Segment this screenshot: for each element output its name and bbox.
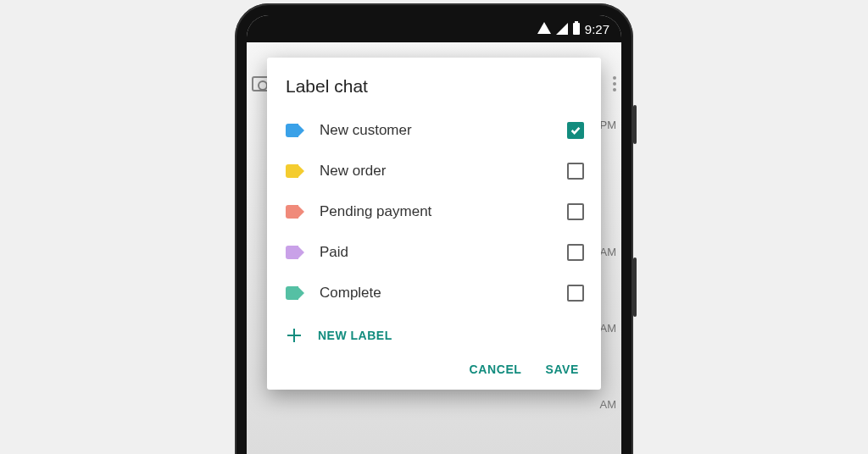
label-name: Pending payment — [320, 203, 552, 220]
label-tag-icon — [286, 124, 304, 137]
wifi-icon — [537, 22, 551, 34]
status-bar: 9:27 — [247, 15, 621, 42]
screen: 9:27 PM AM AM AM I'd like to order a bir… — [247, 15, 621, 454]
cell-signal-icon — [556, 23, 568, 35]
battery-icon — [573, 23, 580, 35]
label-checkbox[interactable] — [567, 122, 584, 139]
label-row[interactable]: Paid — [286, 232, 584, 273]
label-tag-icon — [286, 286, 304, 300]
plus-icon — [286, 327, 303, 344]
label-name: Complete — [320, 285, 552, 302]
label-chat-dialog: Label chat New customerNew orderPending … — [267, 58, 601, 390]
chat-time: AM — [600, 398, 617, 411]
label-checkbox[interactable] — [567, 244, 584, 261]
side-button — [633, 257, 637, 317]
label-row[interactable]: New order — [286, 151, 584, 191]
cancel-button[interactable]: CANCEL — [470, 363, 522, 376]
clock: 9:27 — [585, 22, 609, 36]
new-label-button[interactable]: NEW LABEL — [286, 313, 584, 352]
phone-frame: 9:27 PM AM AM AM I'd like to order a bir… — [235, 3, 633, 454]
label-name: New customer — [320, 122, 552, 139]
label-row[interactable]: Complete — [286, 273, 584, 313]
new-label-text: NEW LABEL — [318, 329, 392, 342]
label-tag-icon — [286, 164, 304, 178]
label-tag-icon — [286, 205, 304, 219]
more-icon — [613, 76, 616, 91]
chat-time: PM — [600, 119, 617, 131]
label-name: Paid — [320, 244, 552, 261]
label-checkbox[interactable] — [567, 163, 584, 180]
label-name: New order — [320, 163, 552, 180]
dialog-actions: CANCEL SAVE — [286, 352, 584, 378]
label-checkbox[interactable] — [567, 285, 584, 302]
label-row[interactable]: Pending payment — [286, 191, 584, 232]
side-button — [633, 105, 637, 144]
chat-time: AM — [600, 246, 617, 258]
chat-time: AM — [600, 322, 617, 335]
label-checkbox[interactable] — [567, 203, 584, 220]
save-button[interactable]: SAVE — [546, 363, 580, 376]
dialog-title: Label chat — [286, 76, 584, 97]
label-tag-icon — [286, 246, 304, 259]
label-row[interactable]: New customer — [286, 110, 584, 151]
